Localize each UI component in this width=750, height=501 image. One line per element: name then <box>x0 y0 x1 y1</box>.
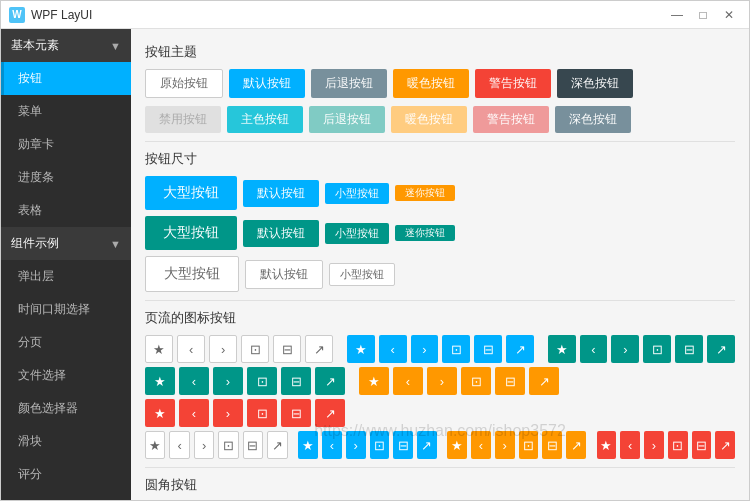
icon-prev-outline2[interactable]: ‹ <box>169 431 189 459</box>
btn-dark-disabled[interactable]: 深色按钮 <box>555 106 631 133</box>
icon-copy-outline2[interactable]: ⊡ <box>218 431 238 459</box>
icon-prev-red2[interactable]: ‹ <box>620 431 640 459</box>
icon-next-blue[interactable]: › <box>411 335 439 363</box>
icon-star-outline[interactable]: ★ <box>145 335 173 363</box>
icon-share-yellow[interactable]: ↗ <box>529 367 559 395</box>
btn-large-blue[interactable]: 大型按钮 <box>145 176 237 210</box>
icon-copy-teal3[interactable]: ⊡ <box>519 431 539 459</box>
btn-default-teal[interactable]: 默认按钮 <box>243 220 319 247</box>
icon-del-blue2[interactable]: ⊟ <box>393 431 413 459</box>
sidebar-item-menu[interactable]: 菜单 <box>1 95 131 128</box>
icon-del-red[interactable]: ⊟ <box>281 399 311 427</box>
icon-star-blue[interactable]: ★ <box>347 335 375 363</box>
sidebar-item-fileselect[interactable]: 文件选择 <box>1 359 131 392</box>
icon-copy-teal2[interactable]: ⊡ <box>247 367 277 395</box>
icon-prev-red[interactable]: ‹ <box>179 399 209 427</box>
sidebar-item-button[interactable]: 按钮 <box>1 62 131 95</box>
btn-small-outline[interactable]: 小型按钮 <box>329 263 395 286</box>
icon-prev-blue2[interactable]: ‹ <box>322 431 342 459</box>
icon-del-teal2[interactable]: ⊟ <box>281 367 311 395</box>
icon-share-outline2[interactable]: ↗ <box>267 431 287 459</box>
btn-warm[interactable]: 暖色按钮 <box>393 69 469 98</box>
icon-del-outline[interactable]: ⊟ <box>273 335 301 363</box>
icon-copy-red2[interactable]: ⊡ <box>668 431 688 459</box>
sidebar-item-badge[interactable]: 勋章卡 <box>1 128 131 161</box>
icon-prev-teal3[interactable]: ‹ <box>471 431 491 459</box>
icon-del-teal[interactable]: ⊟ <box>675 335 703 363</box>
btn-default[interactable]: 默认按钮 <box>229 69 305 98</box>
sidebar-item-table[interactable]: 表格 <box>1 194 131 227</box>
btn-default-outline[interactable]: 默认按钮 <box>245 260 323 289</box>
icon-share-outline[interactable]: ↗ <box>305 335 333 363</box>
icon-next-blue2[interactable]: › <box>346 431 366 459</box>
sidebar-group-basic-header[interactable]: 基本元素 ▼ <box>1 29 131 62</box>
icon-share-red[interactable]: ↗ <box>315 399 345 427</box>
btn-large-outline[interactable]: 大型按钮 <box>145 256 239 292</box>
btn-back[interactable]: 后退按钮 <box>311 69 387 98</box>
sidebar-item-colorpicker[interactable]: 颜色选择器 <box>1 392 131 425</box>
btn-mini-warn[interactable]: 迷你按钮 <box>395 185 455 201</box>
sidebar-item-slider[interactable]: 滑块 <box>1 425 131 458</box>
sidebar-group-component-header[interactable]: 组件示例 ▼ <box>1 227 131 260</box>
sidebar-item-pager[interactable]: 分页 <box>1 326 131 359</box>
btn-small-blue[interactable]: 小型按钮 <box>325 183 389 204</box>
icon-del-teal3[interactable]: ⊟ <box>542 431 562 459</box>
icon-star-blue2[interactable]: ★ <box>298 431 318 459</box>
icon-copy-outline[interactable]: ⊡ <box>241 335 269 363</box>
close-button[interactable]: ✕ <box>717 5 741 25</box>
icon-share-blue2[interactable]: ↗ <box>417 431 437 459</box>
icon-del-outline2[interactable]: ⊟ <box>243 431 263 459</box>
icon-next-teal[interactable]: › <box>611 335 639 363</box>
sidebar-item-datetime[interactable]: 时间口期选择 <box>1 293 131 326</box>
icon-star-teal3[interactable]: ★ <box>447 431 467 459</box>
btn-small-teal[interactable]: 小型按钮 <box>325 223 389 244</box>
icon-star-outline2[interactable]: ★ <box>145 431 165 459</box>
icon-star-teal[interactable]: ★ <box>548 335 576 363</box>
btn-back-disabled[interactable]: 后退按钮 <box>309 106 385 133</box>
icon-share-red2[interactable]: ↗ <box>715 431 735 459</box>
icon-del-red2[interactable]: ⊟ <box>692 431 712 459</box>
icon-prev-blue[interactable]: ‹ <box>379 335 407 363</box>
icon-star-teal2[interactable]: ★ <box>145 367 175 395</box>
icon-prev-teal[interactable]: ‹ <box>580 335 608 363</box>
icon-prev-yellow[interactable]: ‹ <box>393 367 423 395</box>
icon-next-outline[interactable]: › <box>209 335 237 363</box>
btn-mini-teal[interactable]: 迷你按钮 <box>395 225 455 241</box>
icon-prev-outline[interactable]: ‹ <box>177 335 205 363</box>
icon-del-blue[interactable]: ⊟ <box>474 335 502 363</box>
icon-share-teal[interactable]: ↗ <box>707 335 735 363</box>
btn-large-teal[interactable]: 大型按钮 <box>145 216 237 250</box>
icon-prev-teal2[interactable]: ‹ <box>179 367 209 395</box>
btn-disabled[interactable]: 禁用按钮 <box>145 106 221 133</box>
btn-danger[interactable]: 警告按钮 <box>475 69 551 98</box>
icon-star-red2[interactable]: ★ <box>597 431 617 459</box>
icon-share-teal3[interactable]: ↗ <box>566 431 586 459</box>
icon-next-red2[interactable]: › <box>644 431 664 459</box>
icon-share-blue[interactable]: ↗ <box>506 335 534 363</box>
icon-next-yellow[interactable]: › <box>427 367 457 395</box>
maximize-button[interactable]: □ <box>691 5 715 25</box>
icon-copy-blue[interactable]: ⊡ <box>442 335 470 363</box>
icon-copy-yellow[interactable]: ⊡ <box>461 367 491 395</box>
icon-share-teal2[interactable]: ↗ <box>315 367 345 395</box>
icon-copy-blue2[interactable]: ⊡ <box>370 431 390 459</box>
sidebar-item-progress[interactable]: 进度条 <box>1 161 131 194</box>
btn-danger-disabled[interactable]: 警告按钮 <box>473 106 549 133</box>
icon-next-red[interactable]: › <box>213 399 243 427</box>
btn-dark[interactable]: 深色按钮 <box>557 69 633 98</box>
btn-default-blue[interactable]: 默认按钮 <box>243 180 319 207</box>
btn-primary-main[interactable]: 主色按钮 <box>227 106 303 133</box>
minimize-button[interactable]: — <box>665 5 689 25</box>
sidebar-item-rating[interactable]: 评分 <box>1 458 131 491</box>
icon-next-teal3[interactable]: › <box>495 431 515 459</box>
icon-copy-teal[interactable]: ⊡ <box>643 335 671 363</box>
btn-warm-disabled[interactable]: 暖色按钮 <box>391 106 467 133</box>
sidebar-item-popup[interactable]: 弹出层 <box>1 260 131 293</box>
icon-copy-red[interactable]: ⊡ <box>247 399 277 427</box>
icon-star-yellow[interactable]: ★ <box>359 367 389 395</box>
btn-original[interactable]: 原始按钮 <box>145 69 223 98</box>
icon-del-yellow[interactable]: ⊟ <box>495 367 525 395</box>
icon-next-outline2[interactable]: › <box>194 431 214 459</box>
icon-star-red[interactable]: ★ <box>145 399 175 427</box>
icon-next-teal2[interactable]: › <box>213 367 243 395</box>
